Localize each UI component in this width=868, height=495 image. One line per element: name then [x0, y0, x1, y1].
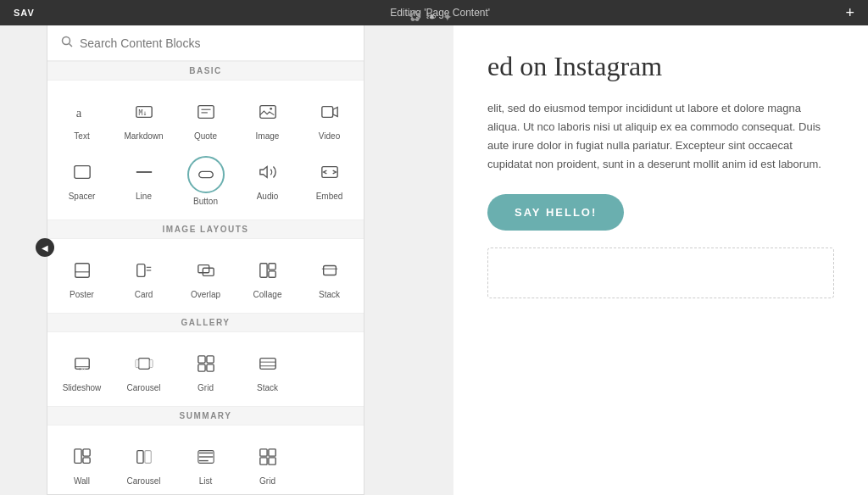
svg-rect-41 [206, 364, 213, 371]
block-markdown[interactable]: M↓ Markdown [113, 87, 175, 147]
spacer-icon [66, 156, 98, 188]
block-spacer[interactable]: Spacer [51, 147, 113, 213]
svg-rect-26 [268, 264, 275, 270]
block-quote[interactable]: Quote [175, 87, 236, 147]
block-markdown-label: Markdown [124, 131, 163, 141]
block-slideshow[interactable]: Slideshow [51, 339, 113, 399]
block-text-label: Text [74, 131, 89, 141]
list-icon [190, 441, 222, 473]
content-blocks-panel: BASIC a Text M↓ Markdown Quote [47, 25, 364, 495]
search-icon [61, 36, 73, 50]
block-embed[interactable]: Embed [298, 147, 360, 213]
svg-point-34 [83, 369, 85, 370]
cta-button[interactable]: SAY HELLO! [487, 194, 624, 231]
svg-rect-14 [74, 166, 89, 179]
block-carousel-summary[interactable]: Carousel [113, 432, 175, 492]
section-header-image-layouts: IMAGE LAYOUTS [47, 220, 364, 239]
svg-rect-38 [198, 356, 204, 363]
block-poster-label: Poster [70, 290, 94, 299]
save-label[interactable]: SAV [14, 8, 35, 18]
svg-rect-20 [136, 264, 144, 277]
section-header-basic: BASIC [47, 61, 364, 81]
block-quote-label: Quote [194, 131, 217, 141]
svg-rect-42 [259, 359, 275, 370]
search-input[interactable] [80, 36, 350, 50]
block-poster[interactable]: Poster [51, 246, 113, 306]
svg-rect-46 [82, 449, 89, 456]
block-button-label: Button [193, 197, 218, 206]
carousel-gallery-icon [128, 348, 160, 380]
page-heading: ed on Instagram [487, 51, 834, 82]
line-icon [128, 156, 160, 188]
block-audio-label: Audio [257, 192, 279, 201]
block-carousel-gallery-label: Carousel [126, 383, 160, 392]
wall-icon [66, 441, 98, 473]
section-header-gallery: GALLERY [47, 313, 364, 332]
svg-rect-45 [74, 449, 81, 464]
block-text[interactable]: a Text [51, 87, 113, 147]
text-icon: a [66, 96, 98, 128]
svg-text:M↓: M↓ [138, 108, 147, 117]
block-spacer-label: Spacer [69, 192, 96, 201]
basic-grid: a Text M↓ Markdown Quote Image [47, 81, 364, 220]
block-card[interactable]: Card [113, 246, 175, 306]
block-line-label: Line [136, 192, 152, 201]
block-carousel-summary-label: Carousel [126, 476, 160, 486]
slideshow-icon [66, 348, 98, 380]
collage-icon [252, 254, 284, 286]
gallery-grid: Slideshow Carousel Grid Stack [47, 332, 364, 406]
block-stack-gallery[interactable]: Stack [236, 339, 298, 399]
block-image-label: Image [256, 131, 280, 141]
block-video[interactable]: Video [298, 87, 360, 147]
poster-icon [66, 254, 98, 286]
image-layouts-grid: Poster Card Overlap Collage [47, 239, 364, 313]
sidebar-toggle[interactable]: ◀ [36, 238, 54, 257]
block-carousel-gallery[interactable]: Carousel [113, 339, 175, 399]
svg-rect-27 [268, 271, 275, 277]
svg-rect-35 [138, 359, 149, 370]
block-slideshow-label: Slideshow [63, 383, 102, 392]
svg-point-12 [270, 108, 272, 110]
block-overlap[interactable]: Overlap [175, 246, 236, 306]
block-stack-image-label: Stack [319, 290, 340, 299]
svg-line-4 [70, 44, 73, 47]
stack-gallery-icon [252, 348, 284, 380]
svg-rect-56 [259, 458, 266, 464]
block-collage[interactable]: Collage [236, 246, 298, 306]
block-line[interactable]: Line [113, 147, 175, 213]
svg-rect-24 [203, 268, 214, 275]
block-wall-label: Wall [74, 476, 90, 486]
add-block-button[interactable]: + [845, 4, 854, 22]
block-image[interactable]: Image [236, 87, 298, 147]
svg-rect-23 [198, 265, 209, 273]
block-grid-gallery[interactable]: Grid [175, 339, 236, 399]
carousel-summary-icon [128, 441, 160, 473]
svg-point-3 [63, 37, 70, 45]
svg-rect-8 [198, 106, 213, 119]
button-icon [187, 156, 225, 193]
block-embed-label: Embed [316, 192, 343, 201]
svg-rect-54 [259, 449, 266, 456]
svg-rect-30 [75, 359, 89, 370]
quote-icon [190, 96, 222, 128]
logo-area: ✿ ❧ ✦ [383, 0, 485, 34]
content-section-border [487, 248, 834, 298]
block-button[interactable]: Button [175, 147, 236, 213]
svg-point-32 [79, 369, 81, 370]
block-overlap-label: Overlap [191, 290, 220, 299]
block-wall[interactable]: Wall [51, 432, 113, 492]
block-stack-image[interactable]: Stack [298, 246, 360, 306]
block-list[interactable]: List [175, 432, 236, 492]
block-audio[interactable]: Audio [236, 147, 298, 213]
block-grid-summary[interactable]: Grid [236, 432, 298, 492]
svg-rect-39 [206, 356, 213, 363]
grid-gallery-icon [190, 348, 222, 380]
svg-text:a: a [75, 106, 81, 120]
block-video-label: Video [319, 131, 340, 141]
svg-rect-13 [321, 107, 332, 118]
svg-text:✦: ✦ [442, 11, 453, 24]
block-stack-gallery-label: Stack [257, 383, 278, 392]
logo-icon: ✿ ❧ ✦ [400, 4, 468, 30]
block-collage-label: Collage [253, 290, 282, 299]
svg-rect-28 [323, 266, 336, 275]
